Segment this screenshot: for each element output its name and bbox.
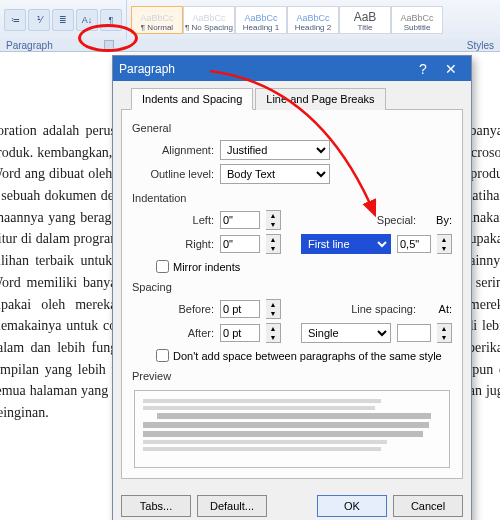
default-button[interactable]: Default... — [197, 495, 267, 517]
label-left: Left: — [144, 214, 214, 226]
help-button[interactable]: ? — [409, 56, 437, 81]
label-by: By: — [422, 214, 452, 226]
style-no-spacing[interactable]: AaBbCc¶ No Spacing — [183, 6, 235, 34]
spacing-after-input[interactable] — [220, 324, 260, 342]
group-label-styles: Styles — [467, 40, 494, 51]
mirror-indents-checkbox[interactable] — [156, 260, 169, 273]
tab-indents-spacing[interactable]: Indents and Spacing — [131, 88, 253, 110]
sort-button[interactable]: A↓ — [76, 9, 98, 31]
paragraph-dialog: Paragraph ? ✕ Indents and Spacing Line a… — [112, 55, 472, 520]
linespacing-select[interactable]: Single — [301, 323, 391, 343]
group-general: General — [132, 116, 452, 138]
dialog-title: Paragraph — [119, 62, 175, 76]
multilevel-button[interactable]: ≣ — [52, 9, 74, 31]
numbering-button[interactable]: ⅟ — [28, 9, 50, 31]
mirror-indents-label: Mirror indents — [173, 261, 240, 273]
at-input[interactable] — [397, 324, 431, 342]
label-before: Before: — [144, 303, 214, 315]
label-right: Right: — [144, 238, 214, 250]
label-linespacing: Line spacing: — [346, 303, 416, 315]
label-alignment: Alignment: — [144, 144, 214, 156]
style-subtitle[interactable]: AaBbCcSubtitle — [391, 6, 443, 34]
indent-left-spinner[interactable]: ▲▼ — [266, 210, 281, 230]
group-label-paragraph: Paragraph — [6, 40, 53, 51]
spacing-before-input[interactable] — [220, 300, 260, 318]
no-space-label: Don't add space between paragraphs of th… — [173, 350, 442, 362]
style-title[interactable]: AaBTitle — [339, 6, 391, 34]
group-indentation: Indentation — [132, 186, 452, 208]
by-input[interactable] — [397, 235, 431, 253]
label-special: Special: — [346, 214, 416, 226]
at-spinner[interactable]: ▲▼ — [437, 323, 452, 343]
cancel-button[interactable]: Cancel — [393, 495, 463, 517]
tab-line-breaks[interactable]: Line and Page Breaks — [255, 88, 385, 110]
show-marks-button[interactable]: ¶ — [100, 9, 122, 31]
preview-pane — [134, 390, 450, 468]
close-button[interactable]: ✕ — [437, 56, 465, 81]
label-outline: Outline level: — [144, 168, 214, 180]
label-at: At: — [422, 303, 452, 315]
alignment-select[interactable]: Justified — [220, 140, 330, 160]
group-preview: Preview — [132, 364, 452, 386]
style-heading1[interactable]: AaBbCcHeading 1 — [235, 6, 287, 34]
tabs-button[interactable]: Tabs... — [121, 495, 191, 517]
style-heading2[interactable]: AaBbCcHeading 2 — [287, 6, 339, 34]
ok-button[interactable]: OK — [317, 495, 387, 517]
group-spacing: Spacing — [132, 275, 452, 297]
spacing-before-spinner[interactable]: ▲▼ — [266, 299, 281, 319]
label-after: After: — [144, 327, 214, 339]
spacing-after-spinner[interactable]: ▲▼ — [266, 323, 281, 343]
no-space-checkbox[interactable] — [156, 349, 169, 362]
by-spinner[interactable]: ▲▼ — [437, 234, 452, 254]
outline-select[interactable]: Body Text — [220, 164, 330, 184]
indent-right-input[interactable] — [220, 235, 260, 253]
style-normal[interactable]: AaBbCc¶ Normal — [131, 6, 183, 34]
indent-left-input[interactable] — [220, 211, 260, 229]
bullets-button[interactable]: ≔ — [4, 9, 26, 31]
indent-right-spinner[interactable]: ▲▼ — [266, 234, 281, 254]
styles-gallery[interactable]: AaBbCc¶ Normal AaBbCc¶ No Spacing AaBbCc… — [127, 6, 500, 34]
special-select[interactable]: First line — [301, 234, 391, 254]
paragraph-dialog-launcher[interactable] — [104, 40, 114, 50]
